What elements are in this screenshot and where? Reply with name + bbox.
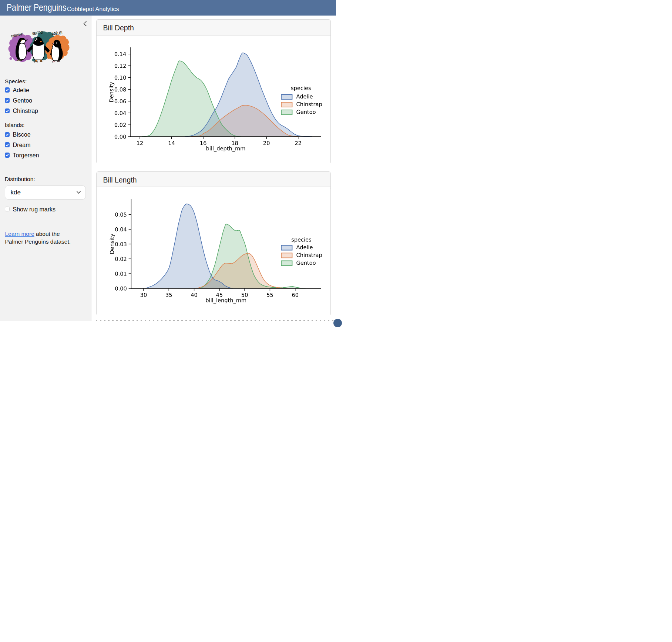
svg-text:ADÉLIE!: ADÉLIE!	[51, 30, 62, 36]
